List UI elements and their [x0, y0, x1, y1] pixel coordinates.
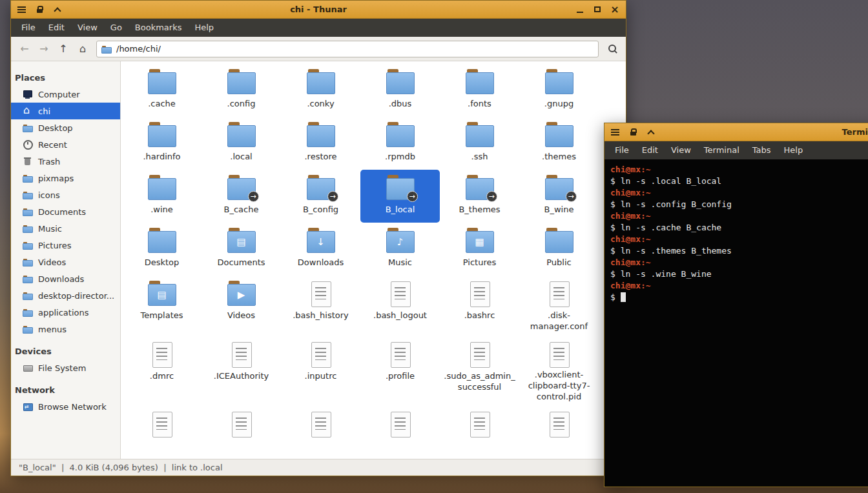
file-item[interactable]: → B_cache: [202, 170, 281, 223]
file-item[interactable]: → .sudo_as_admin_successful: [440, 336, 519, 406]
sidebar-row[interactable]: Recent: [11, 136, 120, 153]
close-button[interactable]: ×: [609, 4, 621, 15]
file-item[interactable]: → .cache: [122, 64, 202, 117]
menu-item[interactable]: View: [71, 19, 104, 37]
terminal-dollar: $: [610, 246, 621, 256]
file-item[interactable]: ▤ → Documents: [202, 223, 281, 276]
file-item[interactable]: → .profile: [360, 336, 440, 406]
file-item[interactable]: ▦ → Pictures: [440, 223, 519, 276]
file-item[interactable]: ▶ → Videos: [202, 276, 281, 336]
file-item[interactable]: → .wine: [122, 170, 202, 223]
file-icon: →: [386, 411, 415, 437]
sidebar-row[interactable]: Computer: [11, 86, 120, 103]
menu-item[interactable]: File: [608, 141, 636, 159]
sidebar-row[interactable]: Browse Network: [11, 398, 120, 415]
sidebar-row[interactable]: Downloads: [11, 270, 120, 287]
sidebar-row[interactable]: Music: [11, 220, 120, 237]
sidebar-row[interactable]: Network: [11, 381, 120, 398]
sidebar-row[interactable]: File System: [11, 359, 120, 376]
file-item[interactable]: → .dmrc: [122, 336, 202, 406]
search-button[interactable]: [604, 41, 621, 57]
file-item[interactable]: → .ICEAuthority: [202, 336, 281, 406]
path-bar[interactable]: /home/chi/: [96, 41, 599, 57]
file-item[interactable]: → B_local: [360, 170, 440, 223]
file-item[interactable]: → B_wine: [519, 170, 599, 223]
file-item[interactable]: →: [281, 406, 360, 459]
back-button[interactable]: ←: [16, 41, 33, 57]
window-menu-icon[interactable]: [610, 127, 620, 137]
file-item[interactable]: → .ssh: [440, 117, 519, 170]
file-icon: →: [227, 411, 256, 437]
file-item[interactable]: → .bashrc: [440, 276, 519, 336]
menu-item[interactable]: View: [665, 141, 698, 159]
file-item[interactable]: ♪ → Music: [360, 223, 440, 276]
file-item[interactable]: → .themes: [519, 117, 599, 170]
file-item[interactable]: →: [519, 406, 599, 459]
file-item[interactable]: → .fonts: [440, 64, 519, 117]
file-item[interactable]: → Public: [519, 223, 599, 276]
file-item[interactable]: → .rpmdb: [360, 117, 440, 170]
sidebar-row[interactable]: Documents: [11, 203, 120, 220]
sidebar-row[interactable]: icons: [11, 186, 120, 203]
menu-item[interactable]: File: [15, 19, 42, 37]
menu-item[interactable]: Edit: [636, 141, 665, 159]
file-item[interactable]: → .gnupg: [519, 64, 599, 117]
thunar-titlebar[interactable]: chi - Thunar ×: [11, 1, 626, 19]
file-item[interactable]: → .bash_logout: [360, 276, 440, 336]
file-item[interactable]: → .vboxclient-clipboard-tty7-control.pid: [519, 336, 599, 406]
forward-button[interactable]: →: [36, 41, 52, 57]
file-item[interactable]: →: [122, 406, 202, 459]
window-menu-icon[interactable]: [16, 5, 26, 15]
file-icon: →: [147, 175, 177, 201]
file-item[interactable]: → .config: [202, 64, 281, 117]
file-icon: ▤ →: [227, 228, 256, 254]
sidebar-row[interactable]: Trash: [11, 153, 120, 170]
menu-item[interactable]: Go: [104, 19, 129, 37]
menu-item[interactable]: Terminal: [698, 141, 746, 159]
file-item[interactable]: →: [202, 406, 281, 459]
sidebar-icon: [23, 106, 33, 116]
sidebar-row[interactable]: menus: [11, 321, 120, 337]
sidebar-row[interactable]: desktop-director...: [11, 287, 120, 304]
lock-icon[interactable]: [628, 127, 638, 137]
menu-item[interactable]: Bookmarks: [129, 19, 189, 37]
file-item[interactable]: → B_config: [281, 170, 360, 223]
sidebar-icon: [23, 257, 33, 267]
file-item[interactable]: → .local: [202, 117, 281, 170]
terminal-content[interactable]: chi@mx:~ $ ln -s .local B_local chi@mx:~…: [604, 159, 868, 487]
file-item[interactable]: → .hardinfo: [122, 117, 202, 170]
file-item[interactable]: ▤ → Templates: [122, 276, 202, 336]
file-item[interactable]: →: [440, 406, 519, 459]
sidebar-row[interactable]: chi: [11, 103, 120, 119]
sidebar-row[interactable]: Desktop: [11, 119, 120, 136]
maximize-button[interactable]: [592, 4, 603, 15]
menu-item[interactable]: Help: [778, 141, 810, 159]
sidebar-row[interactable]: Videos: [11, 254, 120, 270]
file-item[interactable]: → Desktop: [122, 223, 202, 276]
sidebar-row[interactable]: Devices: [11, 343, 120, 359]
file-item[interactable]: → .disk-manager.conf: [519, 276, 599, 336]
file-item[interactable]: → B_themes: [440, 170, 519, 223]
file-item[interactable]: → .conky: [281, 64, 360, 117]
home-button[interactable]: ⌂: [74, 41, 91, 57]
file-item[interactable]: → .inputrc: [281, 336, 360, 406]
menu-item[interactable]: Help: [188, 19, 220, 37]
terminal-titlebar[interactable]: Terminal ×: [604, 123, 868, 141]
minimize-button[interactable]: [574, 4, 586, 15]
shade-icon[interactable]: [52, 5, 63, 15]
lock-icon[interactable]: [34, 5, 45, 15]
menu-item[interactable]: Edit: [42, 19, 71, 37]
file-item[interactable]: → .dbus: [360, 64, 440, 117]
sidebar-row[interactable]: Places: [11, 69, 120, 86]
shade-icon[interactable]: [646, 127, 656, 137]
file-icon-wrap: →: [544, 228, 574, 255]
file-item[interactable]: → .restore: [281, 117, 360, 170]
sidebar-row[interactable]: pixmaps: [11, 170, 120, 186]
file-item[interactable]: →: [360, 406, 440, 459]
sidebar-row[interactable]: Pictures: [11, 237, 120, 254]
up-button[interactable]: ↑: [55, 41, 72, 57]
file-item[interactable]: → .bash_history: [281, 276, 360, 336]
file-item[interactable]: ↓ → Downloads: [281, 223, 360, 276]
menu-item[interactable]: Tabs: [746, 141, 778, 159]
sidebar-row[interactable]: applications: [11, 304, 120, 321]
